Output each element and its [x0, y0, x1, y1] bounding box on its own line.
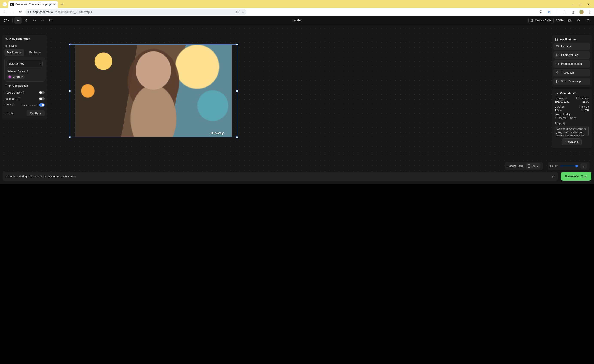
frame-tool-button[interactable] — [47, 17, 54, 24]
prompt-input[interactable]: a model, wearing tshirt and jeans, posin… — [3, 172, 558, 181]
downloads-icon[interactable] — [571, 10, 575, 14]
priority-select[interactable]: Quality ▾ — [27, 110, 45, 116]
pose-control-toggle[interactable] — [39, 91, 45, 94]
svg-rect-19 — [555, 38, 556, 39]
aspect-ratio-icon — [528, 164, 530, 167]
composition-header[interactable]: ⌃ ✥ Composition — [4, 81, 45, 89]
tab-magic-mode[interactable]: Magic Mode — [4, 49, 24, 56]
window-maximize-button[interactable]: ◻ — [579, 3, 582, 6]
address-bar[interactable]: app.rendernet.ai/app/studio/cnv_1IRk88Wz… — [25, 9, 246, 15]
install-app-icon[interactable] — [236, 10, 239, 13]
svg-rect-20 — [557, 38, 558, 39]
zoom-level[interactable]: 100% — [556, 19, 564, 22]
download-button[interactable]: Download — [562, 138, 582, 146]
url-domain: app.rendernet.ai — [33, 10, 54, 13]
app-narrator[interactable]: Narrator — [554, 43, 590, 50]
facelock-toggle[interactable] — [39, 97, 45, 100]
logo-menu-button[interactable]: ▾ — [2, 17, 11, 24]
browser-chrome: ⌄ ◧ RenderNet: Create AI image 🔊 ✕ + ― ◻… — [0, 0, 594, 16]
count-value[interactable]: 2 — [580, 163, 587, 169]
style-chip[interactable]: Bokeh ✕ — [7, 75, 25, 79]
app-root: ▾ Untitled Canvas Guide 100% — [0, 16, 594, 184]
resize-handle[interactable] — [236, 90, 238, 92]
script-label: Script — [555, 122, 562, 125]
generated-image[interactable]: runway — [75, 45, 231, 137]
resize-handle[interactable] — [236, 44, 238, 45]
play-small-icon[interactable]: ▶ — [569, 113, 571, 116]
sparkle-icon — [5, 37, 8, 40]
random-seed-label: Random seed: — [22, 104, 38, 106]
chrome-menu-button[interactable]: ⋮ — [587, 10, 592, 14]
grid-icon — [555, 38, 558, 41]
svg-point-23 — [556, 45, 558, 46]
hand-tool-button[interactable] — [22, 17, 30, 24]
resize-handle[interactable] — [69, 90, 71, 92]
info-icon[interactable]: i — [18, 97, 20, 100]
site-settings-icon[interactable] — [27, 10, 31, 14]
app-character-lab[interactable]: Character Lab — [554, 52, 590, 59]
extension-icons: G │ ⋮ — [539, 10, 592, 14]
reading-list-icon[interactable] — [563, 10, 567, 14]
count-slider[interactable] — [560, 165, 577, 166]
svg-rect-21 — [555, 40, 556, 40]
script-textarea[interactable]: "Want to know my secret to going viral? … — [554, 126, 589, 136]
duration-label: Duration — [555, 105, 571, 108]
browser-tab[interactable]: ◧ RenderNet: Create AI image 🔊 ✕ — [8, 1, 58, 8]
new-tab-button[interactable]: + — [59, 1, 65, 7]
info-icon[interactable]: i — [12, 104, 15, 106]
tab-strip: ⌄ ◧ RenderNet: Create AI image 🔊 ✕ + ― ◻… — [0, 0, 594, 8]
redo-button[interactable] — [39, 17, 46, 24]
resolution-value: 1920 X 1080 — [555, 100, 571, 103]
undo-button[interactable] — [31, 17, 38, 24]
svg-marker-28 — [556, 93, 558, 94]
app-video-faceswap[interactable]: Video face swap — [554, 78, 590, 85]
canvas-selection[interactable]: runway — [70, 44, 237, 137]
window-minimize-button[interactable]: ― — [572, 3, 575, 6]
voice-used-row[interactable]: Voice Used ▶ — [554, 112, 590, 116]
select-styles-button[interactable]: Select styles › — [7, 60, 43, 67]
document-title[interactable]: Untitled — [292, 19, 302, 22]
fit-canvas-button[interactable] — [566, 17, 573, 24]
profile-avatar[interactable] — [579, 10, 584, 14]
selected-styles-count: Selected Styles : 1 — [7, 70, 42, 73]
resize-handle[interactable] — [236, 136, 238, 138]
app-prompt-generator[interactable]: Prompt generator — [554, 60, 590, 67]
facelock-label: FaceLock i — [5, 97, 20, 100]
remove-chip-button[interactable]: ✕ — [21, 75, 23, 78]
window-close-button[interactable]: ✕ — [587, 3, 590, 6]
filesize-value: 8.8 MB — [573, 109, 589, 112]
audio-playing-icon[interactable]: 🔊 — [49, 3, 52, 6]
copy-icon[interactable] — [563, 122, 566, 125]
svg-rect-5 — [4, 19, 5, 20]
window-controls: ― ◻ ✕ — [568, 3, 594, 8]
aspect-ratio-select[interactable]: 2:3 ▴ — [526, 163, 540, 169]
app-truetouch[interactable]: TrueTouch — [554, 69, 590, 76]
tab-close-button[interactable]: ✕ — [53, 3, 56, 6]
svg-rect-30 — [563, 123, 565, 124]
filesize-label: File size — [573, 105, 589, 108]
bookmark-icon[interactable]: ☆ — [242, 10, 244, 13]
pose-control-label: Pose Control i — [5, 91, 24, 94]
chevron-right-icon: › — [40, 62, 40, 65]
google-icon[interactable]: G — [547, 10, 551, 14]
random-seed-toggle[interactable] — [39, 103, 45, 107]
resize-handle[interactable] — [69, 44, 71, 45]
info-icon[interactable]: i — [21, 91, 24, 94]
back-button[interactable]: ← — [2, 9, 8, 15]
canvas-guide-button[interactable]: Canvas Guide — [528, 18, 554, 23]
tab-pro-mode[interactable]: Pro Mode — [25, 49, 45, 56]
generate-button[interactable]: Generate 2 — [561, 172, 591, 181]
resize-handle[interactable] — [69, 136, 71, 138]
right-sidebar: Applications Narrator Character Lab Prom… — [552, 35, 592, 148]
extensions-button[interactable] — [539, 10, 543, 14]
zoom-out-button[interactable] — [575, 17, 582, 24]
tab-search-button[interactable]: ⌄ — [3, 2, 7, 7]
move-icon: ✥ — [8, 84, 11, 87]
zoom-in-button[interactable] — [585, 17, 592, 24]
canvas-workspace[interactable]: runway New generation ⌘ Styles Magic Mod — [0, 25, 594, 184]
count-control: Count 2 — [548, 162, 590, 170]
select-tool-button[interactable] — [14, 17, 22, 24]
reload-button[interactable]: ⟳ — [18, 9, 23, 15]
svg-rect-0 — [28, 11, 29, 12]
shuffle-prompt-button[interactable]: ⇄ — [552, 174, 555, 178]
